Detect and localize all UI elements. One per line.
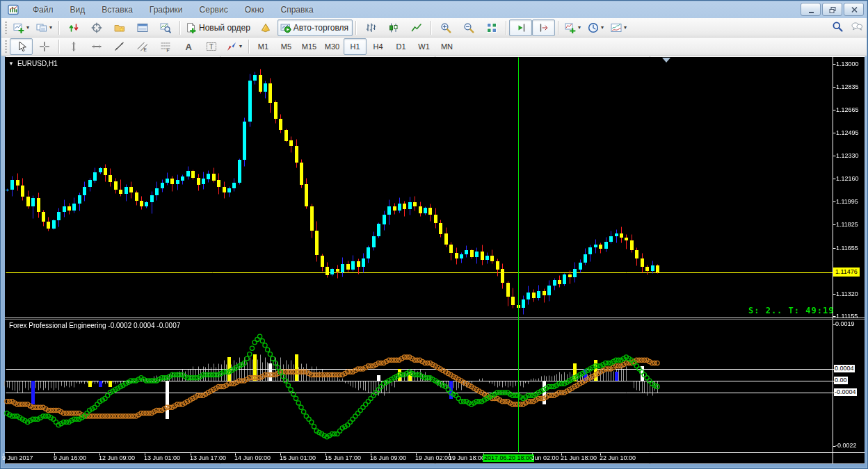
main-chart-area[interactable]	[5, 56, 833, 318]
indicator-pane-area[interactable]	[5, 318, 833, 452]
time-axis[interactable]	[5, 452, 833, 464]
price-axis[interactable]	[833, 56, 865, 452]
mt4-window: ФайлВидВставкаГрафикиСервисОкноСправка ▾…	[0, 0, 868, 469]
